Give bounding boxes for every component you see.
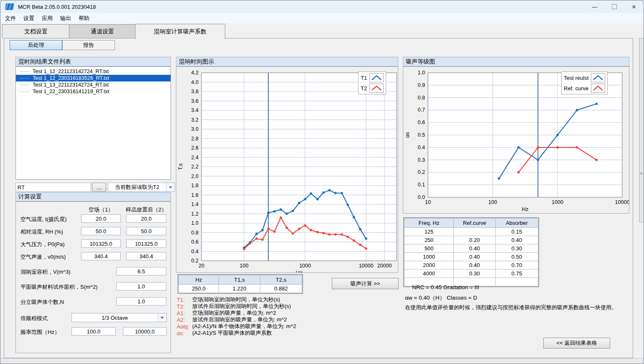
svg-text:Hz: Hz [296,270,303,272]
file-list-title: 混时间结果文件列表 [18,58,71,66]
input-sample-area[interactable] [116,282,166,290]
table-header-row: Freq. HzRef.curveAbsorber [405,219,538,228]
menu-bar: 文件设置应用输出帮助 [0,13,644,23]
note-key: A1: [177,310,189,316]
main-tab-0[interactable]: 文档设置 [2,24,70,38]
svg-text:2.2: 2.2 [191,164,199,170]
table-cell: 1000 [405,253,454,261]
menu-item-1[interactable]: 设置 [20,13,38,23]
svg-text:Hz: Hz [522,206,529,212]
input-room-volume[interactable] [116,267,166,275]
label-octave-mode: 倍频程模式 [20,315,48,322]
combo-dropdown-button[interactable] [166,183,175,191]
svg-text:2.6: 2.6 [191,145,199,151]
input-freq-min[interactable] [71,327,116,336]
svg-text:2.0: 2.0 [191,173,199,179]
calc-settings-header: 计算设置 [15,192,171,201]
rt-table-frame: HzT1,sT2,s250.01.2200.882 [178,274,303,294]
browse-button[interactable]: ... [92,183,106,192]
input-humidity-1[interactable] [81,227,121,235]
abs-table-frame: Freq. HzRef.curveAbsorber1250.152500.200… [403,217,539,287]
table-row[interactable]: 2500.200.40 [405,236,538,244]
table-header-cell[interactable]: Ref.curve [454,219,496,228]
rt-name-input[interactable] [15,183,91,192]
table-cell: 250 [405,236,454,244]
input-air-temp-1[interactable] [81,214,121,223]
back-to-results-button[interactable]: << 返回结果表格 [543,338,610,349]
table-cell: 0.75 [496,270,538,278]
legend-label: Ref. curve [564,85,588,92]
note-key: A2: [177,317,189,323]
input-pressure-2[interactable] [126,239,166,248]
table-header-cell[interactable]: T1,s [219,275,260,285]
table-header-cell[interactable]: Absorber [496,219,538,228]
file-item[interactable]: Test 1_13_221123142724_RT.txt [16,81,171,88]
menu-item-4[interactable]: 帮助 [75,13,93,23]
svg-text:2.8: 2.8 [191,136,199,142]
octave-mode-combo[interactable]: 1/3 Octave [71,313,167,322]
svg-text:0.2: 0.2 [191,258,199,264]
rt-chart-title: 混响时间图示 [179,58,214,66]
app-icon [5,3,14,10]
table-cell [454,228,496,236]
menu-item-2[interactable]: 应用 [38,13,56,23]
main-tab-2[interactable]: 混响室计算吸声系数 [135,24,225,39]
svg-text:3.0: 3.0 [191,126,199,132]
table-row[interactable]: 1250.15 [405,228,538,236]
file-item-label: Test 1_22_230316141219_RT.txt [33,89,109,94]
main-tab-1[interactable]: 通道设置 [69,24,136,38]
svg-text:T,s: T,s [178,163,183,170]
note-key: αs: [177,330,189,336]
back-to-results-label: << 返回结果表格 [557,339,597,347]
input-humidity-2[interactable] [126,227,166,235]
svg-text:3.4: 3.4 [191,107,199,113]
table-row[interactable]: 10000.400.50 [405,253,538,261]
file-item[interactable]: Test 1_12_230316183526_RT.txt [16,75,171,81]
collapse-arrow-icon[interactable]: < [640,171,642,176]
file-item[interactable]: Test 1_22_230316141219_RT.txt [16,88,171,95]
table-row[interactable]: 5000.400.30 [405,244,538,253]
tab-postprocess[interactable]: 后处理 [10,40,62,50]
table-header-cell[interactable]: Freq. Hz [405,219,454,228]
menu-item-3[interactable]: 输出 [56,13,75,23]
label-freq-range: 频率范围（Hz） [20,328,60,336]
table-row[interactable]: 40000.300.75 [405,270,538,278]
maximize-button[interactable] [605,0,624,13]
svg-text:0.2: 0.2 [418,169,425,175]
table-header-cell[interactable]: T2,s [260,275,302,285]
svg-text:100: 100 [489,199,497,205]
legend-swatch [369,84,384,93]
table-header-cell[interactable]: Hz [179,275,219,285]
minimize-button[interactable]: — [585,0,604,13]
data-target-combo[interactable]: 当前数据读取为T2 [108,183,175,192]
input-freq-max[interactable] [123,327,167,336]
input-sound-speed-2[interactable] [126,252,166,260]
input-pressure-1[interactable] [81,239,121,248]
table-cell: 0.50 [496,253,538,261]
table-row[interactable]: 250.01.2200.882 [179,285,302,293]
octave-combo-button[interactable] [158,313,166,322]
file-item-label: Test 1_13_221123142724_RT.txt [33,82,109,88]
close-button[interactable]: ✕ [624,0,644,13]
tab-report[interactable]: 报告 [62,40,115,50]
input-air-temp-2[interactable] [126,214,166,223]
svg-text:0.6: 0.6 [418,120,425,125]
col-header-with-sample: 样品放置后（2） [122,206,171,214]
absorption-calc-button[interactable]: 吸声计算 >> [332,278,399,289]
svg-text:10000: 10000 [615,199,629,205]
svg-text:0.4: 0.4 [418,145,425,150]
svg-text:0.8: 0.8 [418,95,425,101]
menu-item-0[interactable]: 文件 [1,13,20,23]
input-sound-speed-1[interactable] [81,252,121,260]
input-absorber-count[interactable] [116,297,166,305]
abs-chart-title: 吸声等级图 [406,58,435,66]
rt-values-table: HzT1,sT2,s250.01.2200.882 [178,275,302,293]
table-cell: 125 [405,228,454,236]
table-row[interactable]: 20000.400.70 [405,261,538,270]
table-cell: 0.40 [454,244,496,253]
table-cell [496,278,538,286]
svg-text:0.9: 0.9 [418,82,425,88]
svg-text:1.0: 1.0 [418,70,425,76]
file-list[interactable]: Test 1_12_221123142724_RT.txtTest 1_12_2… [15,66,171,180]
file-item[interactable]: Test 1_12_221123142724_RT.txt [16,68,171,75]
